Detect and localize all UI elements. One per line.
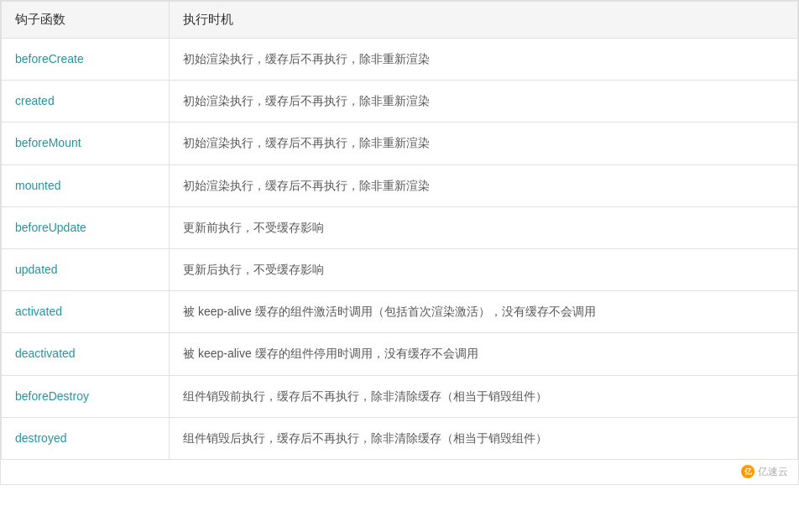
watermark-bar: 亿 亿速云 xyxy=(1,460,798,484)
hooks-table: 钩子函数 执行时机 beforeCreate初始渲染执行，缓存后不再执行，除非重… xyxy=(1,1,798,460)
hook-name-cell: mounted xyxy=(2,164,170,206)
table-row: beforeCreate初始渲染执行，缓存后不再执行，除非重新渲染 xyxy=(2,39,798,81)
table-row: mounted初始渲染执行，缓存后不再执行，除非重新渲染 xyxy=(2,164,798,206)
table-row: beforeMount初始渲染执行，缓存后不再执行，除非重新渲染 xyxy=(2,123,798,164)
col-header-timing: 执行时机 xyxy=(170,2,798,39)
table-row: destroyed组件销毁后执行，缓存后不再执行，除非清除缓存（相当于销毁组件） xyxy=(2,417,798,459)
timing-cell: 被 keep-alive 缓存的组件激活时调用（包括首次渲染激活），没有缓存不会… xyxy=(170,291,798,333)
table-header-row: 钩子函数 执行时机 xyxy=(2,2,798,39)
table-row: beforeUpdate更新前执行，不受缓存影响 xyxy=(2,206,798,248)
hook-name-cell: beforeUpdate xyxy=(2,206,170,248)
timing-cell: 初始渲染执行，缓存后不再执行，除非重新渲染 xyxy=(170,164,798,206)
timing-cell: 被 keep-alive 缓存的组件停用时调用，没有缓存不会调用 xyxy=(170,333,798,375)
hook-name-cell: activated xyxy=(2,291,170,333)
timing-cell: 初始渲染执行，缓存后不再执行，除非重新渲染 xyxy=(170,81,798,123)
hook-name-cell: deactivated xyxy=(2,333,170,375)
timing-cell: 更新后执行，不受缓存影响 xyxy=(170,248,798,290)
watermark-text: 亿速云 xyxy=(758,465,788,479)
table-row: updated更新后执行，不受缓存影响 xyxy=(2,248,798,290)
hook-name-cell: created xyxy=(2,81,170,123)
hook-name-cell: beforeMount xyxy=(2,123,170,164)
hook-name-cell: destroyed xyxy=(2,417,170,459)
table-row: deactivated被 keep-alive 缓存的组件停用时调用，没有缓存不… xyxy=(2,333,798,375)
hook-name-cell: beforeDestroy xyxy=(2,375,170,417)
table-row: beforeDestroy组件销毁前执行，缓存后不再执行，除非清除缓存（相当于销… xyxy=(2,375,798,417)
hook-name-cell: updated xyxy=(2,248,170,290)
timing-cell: 初始渲染执行，缓存后不再执行，除非重新渲染 xyxy=(170,123,798,164)
timing-cell: 组件销毁前执行，缓存后不再执行，除非清除缓存（相当于销毁组件） xyxy=(170,375,798,417)
table-row: activated被 keep-alive 缓存的组件激活时调用（包括首次渲染激… xyxy=(2,291,798,333)
timing-cell: 初始渲染执行，缓存后不再执行，除非重新渲染 xyxy=(170,39,798,81)
main-table-container: 钩子函数 执行时机 beforeCreate初始渲染执行，缓存后不再执行，除非重… xyxy=(0,0,799,485)
hook-name-cell: beforeCreate xyxy=(2,39,170,81)
watermark-icon: 亿 xyxy=(741,465,755,478)
col-header-hook: 钩子函数 xyxy=(2,2,170,39)
table-row: created初始渲染执行，缓存后不再执行，除非重新渲染 xyxy=(2,81,798,123)
timing-cell: 组件销毁后执行，缓存后不再执行，除非清除缓存（相当于销毁组件） xyxy=(170,417,798,459)
timing-cell: 更新前执行，不受缓存影响 xyxy=(170,206,798,248)
